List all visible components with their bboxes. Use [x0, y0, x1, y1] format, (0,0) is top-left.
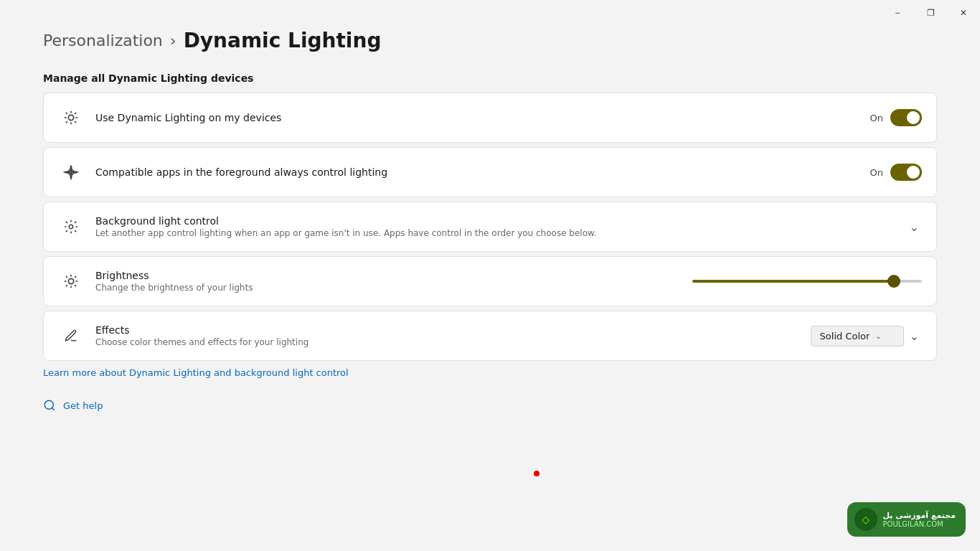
- sun-icon: [58, 105, 84, 131]
- effects-text: Effects Choose color themes and effects …: [95, 324, 811, 347]
- watermark-text: مجتمع آموزشی پل POULGILAN.COM: [883, 511, 956, 528]
- pen-icon: [58, 323, 84, 349]
- effects-dropdown-select[interactable]: Solid Color ⌄: [811, 326, 904, 347]
- brightness-subtitle: Change the brightness of your lights: [95, 283, 692, 293]
- watermark-icon: ◇: [854, 508, 877, 531]
- brightness-slider[interactable]: [692, 280, 922, 283]
- compatible-apps-control: On: [870, 164, 922, 181]
- get-help-icon: [43, 399, 56, 412]
- svg-point-21: [44, 400, 53, 409]
- chevron-down-icon[interactable]: ⌄: [907, 217, 922, 237]
- page-title: Dynamic Lighting: [184, 29, 382, 52]
- background-light-title: Background light control: [95, 215, 907, 227]
- brightness-control: [692, 280, 922, 283]
- effects-subtitle: Choose color themes and effects for your…: [95, 337, 811, 347]
- use-dynamic-lighting-row: Use Dynamic Lighting on my devices On: [58, 93, 922, 142]
- title-bar: − ❐ ✕: [881, 0, 980, 26]
- use-dynamic-lighting-text: Use Dynamic Lighting on my devices: [95, 112, 870, 123]
- brightness-row: Brightness Change the brightness of your…: [58, 257, 922, 306]
- minimize-button[interactable]: −: [881, 0, 914, 26]
- get-help-row[interactable]: Get help: [43, 399, 937, 412]
- use-dynamic-lighting-card: Use Dynamic Lighting on my devices On: [43, 93, 937, 143]
- watermark-title: مجتمع آموزشی پل: [883, 511, 956, 520]
- apps-icon: [58, 159, 84, 185]
- background-light-text: Background light control Let another app…: [95, 215, 907, 238]
- breadcrumb-parent[interactable]: Personalization: [43, 32, 163, 50]
- chevron-down-icon: ⌄: [875, 332, 881, 340]
- use-dynamic-lighting-toggle[interactable]: [890, 109, 922, 126]
- learn-more-link[interactable]: Learn more about Dynamic Lighting and ba…: [43, 367, 349, 378]
- get-help-text: Get help: [63, 400, 103, 411]
- svg-line-8: [75, 113, 76, 114]
- effects-dropdown-value: Solid Color: [820, 331, 870, 342]
- restore-button[interactable]: ❐: [914, 0, 947, 26]
- watermark-url: POULGILAN.COM: [883, 520, 956, 528]
- svg-line-3: [66, 113, 67, 114]
- svg-line-16: [75, 285, 76, 286]
- compatible-apps-text: Compatible apps in the foreground always…: [95, 166, 870, 178]
- main-content: Personalization › Dynamic Lighting Manag…: [0, 0, 980, 551]
- compatible-apps-title: Compatible apps in the foreground always…: [95, 166, 870, 178]
- compatible-apps-card: Compatible apps in the foreground always…: [43, 147, 937, 197]
- effects-control: Solid Color ⌄ ⌄: [811, 326, 922, 347]
- brightness-title: Brightness: [95, 270, 692, 281]
- breadcrumb-separator: ›: [170, 32, 176, 50]
- gear-icon: [58, 214, 84, 240]
- brightness-icon: [58, 268, 84, 294]
- compatible-apps-row: Compatible apps in the foreground always…: [58, 148, 922, 197]
- svg-line-19: [66, 285, 67, 286]
- svg-line-20: [75, 276, 76, 278]
- svg-line-4: [75, 121, 76, 123]
- toggle-on-label-2: On: [870, 167, 883, 178]
- breadcrumb: Personalization › Dynamic Lighting: [43, 29, 937, 52]
- use-dynamic-lighting-title: Use Dynamic Lighting on my devices: [95, 112, 870, 123]
- close-button[interactable]: ✕: [947, 0, 980, 26]
- brightness-card: Brightness Change the brightness of your…: [43, 256, 937, 306]
- section-label: Manage all Dynamic Lighting devices: [43, 72, 937, 84]
- toggle-on-label-1: On: [870, 113, 883, 123]
- effects-row: Effects Choose color themes and effects …: [58, 311, 922, 360]
- background-light-control[interactable]: ⌄: [907, 217, 922, 237]
- background-light-subtitle: Let another app control lighting when an…: [95, 228, 907, 238]
- effects-expand-icon[interactable]: ⌄: [907, 326, 922, 346]
- svg-line-7: [66, 121, 67, 123]
- brightness-text: Brightness Change the brightness of your…: [95, 270, 692, 293]
- background-light-card: Background light control Let another app…: [43, 202, 937, 252]
- watermark-badge: ◇ مجتمع آموزشی پل POULGILAN.COM: [847, 502, 966, 537]
- svg-point-0: [68, 115, 73, 120]
- svg-line-15: [66, 276, 67, 278]
- svg-point-11: [69, 225, 73, 229]
- use-dynamic-lighting-control: On: [870, 109, 922, 126]
- background-light-row: Background light control Let another app…: [58, 202, 922, 251]
- svg-point-12: [68, 278, 73, 283]
- effects-title: Effects: [95, 324, 811, 336]
- red-dot: [534, 471, 540, 476]
- effects-card: Effects Choose color themes and effects …: [43, 311, 937, 361]
- compatible-apps-toggle[interactable]: [890, 164, 922, 181]
